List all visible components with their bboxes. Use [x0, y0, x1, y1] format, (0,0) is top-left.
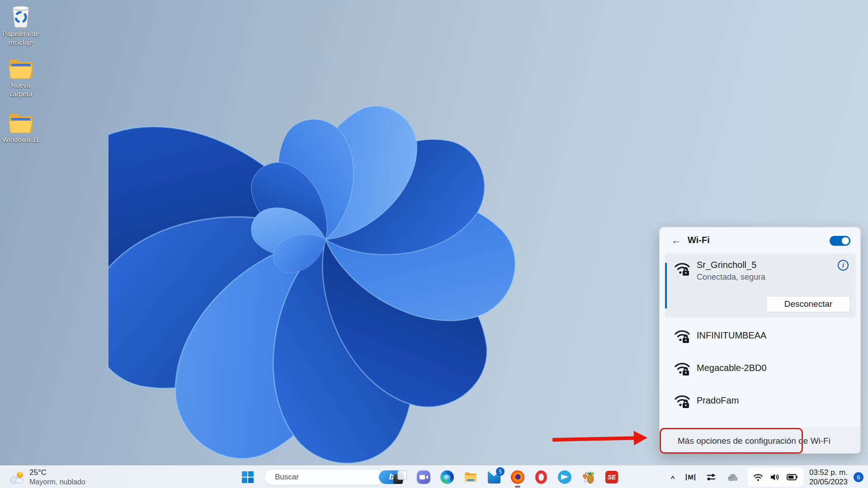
weather-temperature: 25°C — [29, 468, 85, 477]
quick-settings-button[interactable] — [747, 468, 803, 487]
recycle-bin-icon — [10, 5, 32, 28]
desktop-icon-label: Nueva carpeta — [0, 81, 42, 99]
windows-logo-icon — [242, 471, 254, 483]
handbrake-button[interactable] — [581, 470, 595, 484]
wifi-network-row[interactable]: INFINITUMBEAA — [665, 320, 856, 352]
task-view-icon-front — [397, 470, 407, 480]
wifi-network-row[interactable]: PradoFam — [665, 385, 856, 418]
file-explorer-icon — [464, 471, 477, 483]
desktop-icon-label: Papelera de reciclaje — [0, 30, 42, 47]
telegram-button[interactable] — [558, 470, 571, 484]
network-properties-info-icon[interactable]: i — [838, 260, 849, 271]
tray-m-app-button[interactable]: M — [683, 471, 698, 483]
disconnect-button[interactable]: Desconectar — [766, 296, 850, 312]
running-app-indicator — [515, 486, 520, 488]
se-app-button[interactable]: SE — [605, 470, 618, 484]
wifi-toggle[interactable] — [830, 236, 850, 246]
chat-button[interactable] — [417, 470, 430, 484]
camera-icon — [420, 475, 425, 479]
taskbar-center: b — [239, 466, 618, 488]
search-input[interactable] — [275, 473, 375, 482]
opera-icon — [535, 470, 547, 484]
selection-accent-bar — [665, 263, 667, 309]
folder-icon — [8, 113, 33, 134]
firefox-button[interactable] — [511, 470, 524, 484]
desktop-icon-nueva-carpeta[interactable]: Nueva carpeta — [0, 59, 42, 99]
windows-bloom-wallpaper — [108, 14, 678, 488]
network-name: PradoFam — [697, 395, 739, 406]
chevron-up-icon: ^ — [671, 474, 675, 482]
camera-icon-lens — [425, 475, 428, 479]
wifi-icon — [753, 474, 763, 481]
more-wifi-settings-link[interactable]: Más opciones de configuración de Wi-Fi — [660, 428, 860, 453]
desktop-icon-recycle-bin[interactable]: Papelera de reciclaje — [0, 5, 42, 47]
wifi-lock-icon — [673, 392, 691, 409]
weather-icon — [9, 470, 25, 484]
handbrake-icon — [581, 470, 595, 484]
widgets-weather-button[interactable]: 25°C Mayorm. nublado — [5, 468, 89, 487]
volume-icon — [770, 473, 780, 481]
connected-network-card[interactable]: Sr_Grincholl_5 Conectada, segura i Desco… — [665, 253, 856, 318]
desktop: Papelera de reciclaje Nueva carpeta Wind… — [0, 0, 868, 488]
tray-overflow-chevron[interactable]: ^ — [668, 471, 678, 484]
weather-condition: Mayorm. nublado — [29, 478, 85, 486]
wifi-lock-icon — [673, 260, 691, 277]
se-app-icon: SE — [605, 471, 618, 483]
tray-sliders-button[interactable] — [704, 471, 718, 483]
network-name: INFINITUMBEAA — [697, 330, 766, 341]
task-view-button[interactable] — [393, 470, 407, 484]
taskbar-apps: 5 — [393, 470, 618, 484]
wifi-network-row[interactable]: Megacable-2BD0 — [665, 352, 856, 385]
mail-unread-badge: 5 — [496, 467, 505, 476]
onedrive-cloud-icon — [727, 473, 739, 481]
start-button[interactable] — [239, 468, 257, 486]
edge-button[interactable] — [440, 470, 454, 484]
opera-button[interactable] — [534, 470, 548, 484]
firefox-icon — [511, 470, 524, 484]
battery-icon — [787, 474, 797, 480]
tray-time: 03:52 p. m. — [809, 468, 848, 477]
toggle-knob — [842, 237, 849, 244]
onedrive-button[interactable] — [724, 470, 741, 484]
connected-network-name: Sr_Grincholl_5 — [697, 260, 756, 270]
tray-date: 20/05/2023 — [809, 477, 848, 487]
folder-icon — [8, 59, 33, 80]
taskbar: 25°C Mayorm. nublado b — [0, 465, 868, 488]
network-name: Megacable-2BD0 — [697, 363, 767, 373]
m-app-icon: M — [686, 474, 695, 480]
system-tray: ^ M — [668, 466, 863, 488]
wifi-panel-header: ← Wi-Fi — [660, 227, 860, 253]
notification-count-badge[interactable]: 6 — [854, 472, 863, 482]
sliders-icon — [707, 474, 716, 481]
desktop-icon-windowa-11[interactable]: Windowa 11 — [0, 113, 42, 144]
desktop-icon-label: Windowa 11 — [0, 136, 42, 144]
file-explorer-button[interactable] — [464, 470, 477, 484]
telegram-icon-plane — [561, 474, 569, 480]
back-arrow-button[interactable]: ← — [670, 234, 683, 247]
connection-status: Conectada, segura — [697, 272, 765, 282]
more-wifi-settings-label: Más opciones de configuración de Wi-Fi — [678, 436, 830, 446]
wifi-flyout-panel: ← Wi-Fi Sr_Grincholl_5 Conectada, segura… — [659, 227, 861, 454]
mail-button[interactable]: 5 — [487, 470, 501, 484]
clock-button[interactable]: 03:52 p. m. 20/05/2023 — [809, 468, 848, 487]
wifi-lock-icon — [673, 327, 691, 344]
taskbar-search-box[interactable]: b — [264, 469, 384, 485]
edge-icon-swirl — [443, 474, 451, 481]
wifi-lock-icon — [673, 360, 691, 377]
wifi-panel-title: Wi-Fi — [688, 235, 710, 245]
